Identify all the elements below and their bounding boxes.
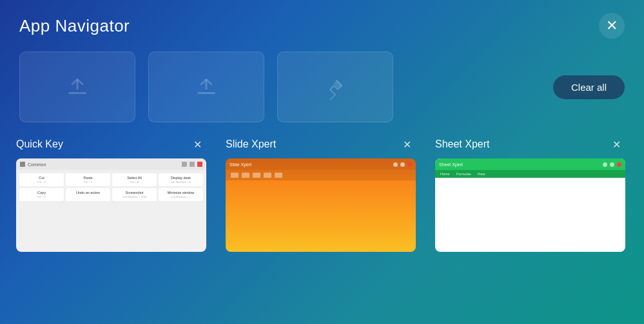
qk-key-minimize: Minimize window Left Windows + ↓ [159, 188, 203, 201]
close-slide-xpert-button[interactable]: ✕ [398, 135, 416, 153]
app-card-quick-key: Quick Key ✕ Common [16, 135, 206, 252]
qk-key-display-desk: Display desk Left Windows + D [159, 173, 203, 186]
sx-dot-2 [400, 162, 405, 167]
sx-close-dot [407, 162, 412, 167]
qk-key-paste: Paste Ctrl + V [66, 173, 110, 186]
upload-icon [64, 74, 90, 100]
app-card-header-sheet-xpert: Sheet Xpert ✕ [435, 135, 625, 153]
app-name-slide-xpert: Slide Xpert [226, 138, 276, 150]
qk-min-btn [182, 162, 187, 167]
qk-icon [20, 162, 25, 167]
app-title: App Navigator [19, 16, 130, 36]
shx-close-dot [617, 162, 621, 167]
qk-key-cut: Cut Ctrl + X [19, 173, 64, 186]
sx-title: Slide Xpert [229, 162, 251, 167]
app-card-slide-xpert: Slide Xpert ✕ Slide Xpert [226, 135, 416, 252]
svg-line-4 [330, 95, 335, 100]
sx-tb-1 [231, 173, 239, 178]
shx-menu-view: View [478, 172, 485, 176]
shx-dot-1 [603, 162, 607, 167]
shx-menu-formulas: Formulas [456, 172, 471, 176]
sx-dot-1 [393, 162, 398, 167]
pinned-slot-3[interactable] [277, 52, 393, 122]
sx-tb-4 [264, 173, 271, 178]
close-quick-key-button[interactable]: ✕ [188, 135, 206, 153]
app-name-quick-key: Quick Key [16, 138, 63, 150]
app-card-header-quick-key: Quick Key ✕ [16, 135, 206, 153]
shx-dot-2 [610, 162, 614, 167]
sx-tb-5 [275, 173, 282, 178]
pinned-slot-2[interactable] [148, 52, 264, 122]
pinned-area: Clear all [0, 45, 644, 135]
sx-tb-3 [253, 173, 260, 178]
svg-rect-2 [197, 92, 215, 94]
clear-all-button[interactable]: Clear all [553, 75, 625, 99]
qk-key-copy: Copy Ctrl + C [19, 188, 64, 201]
shx-menu-home: Home [440, 172, 450, 176]
close-button[interactable]: ✕ [599, 13, 625, 39]
app-name-sheet-xpert: Sheet Xpert [435, 138, 490, 150]
apps-row: Quick Key ✕ Common [0, 135, 644, 252]
app-card-header-slide-xpert: Slide Xpert ✕ [226, 135, 416, 153]
pinned-slot-1[interactable] [19, 52, 135, 122]
slide-xpert-preview[interactable]: Slide Xpert [226, 158, 416, 252]
qk-max-btn [190, 162, 195, 167]
sheet-xpert-preview[interactable]: Sheet Xpert Home Formulas View [435, 158, 625, 252]
quick-key-preview[interactable]: Common Cut Ctrl + X Paste Ctr [16, 158, 206, 252]
svg-rect-0 [68, 92, 86, 94]
shx-title: Sheet Xpert [439, 162, 463, 167]
close-sheet-xpert-button[interactable]: ✕ [607, 135, 625, 153]
qk-key-undo: Undo an action [66, 188, 110, 201]
qk-close-btn [197, 162, 202, 167]
pin-icon [322, 74, 348, 100]
qk-key-screenshot: Screenshot Left Windows + Shift [112, 188, 157, 201]
sx-tb-2 [242, 173, 249, 178]
qk-key-select-all: Select All Ctrl + A [112, 173, 157, 186]
app-card-sheet-xpert: Sheet Xpert ✕ Sheet Xpert Home Formulas … [435, 135, 625, 252]
upload-icon-2 [193, 74, 219, 100]
